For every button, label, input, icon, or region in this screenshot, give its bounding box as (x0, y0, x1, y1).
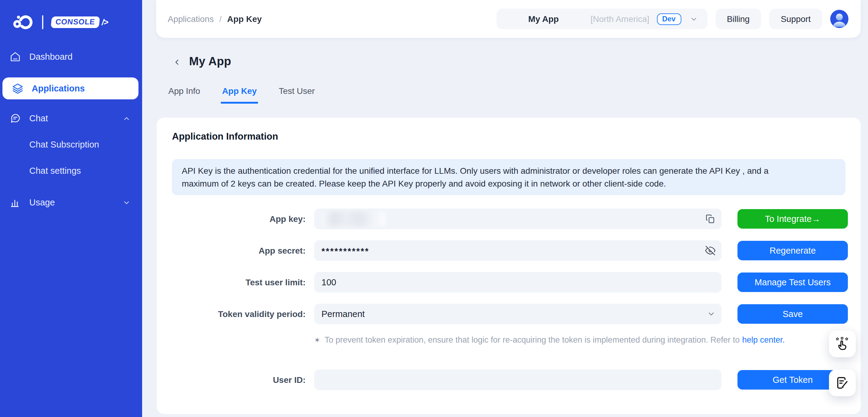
app-switcher[interactable]: My App [North America] Dev (497, 8, 707, 29)
token-validity-label: Token validity period: (172, 309, 306, 319)
test-user-limit-label: Test user limit: (172, 278, 306, 287)
tab-test-user[interactable]: Test User (278, 85, 316, 104)
back-chevron-icon[interactable] (173, 57, 181, 66)
app-root: CONSOLE /> Dashboard Applications C (0, 0, 868, 417)
app-secret-label: App secret: (172, 246, 306, 255)
console-badge: CONSOLE (51, 16, 100, 28)
home-icon (9, 51, 21, 62)
manage-test-users-button[interactable]: Manage Test Users (738, 272, 848, 292)
app-switcher-region: [North America] (590, 14, 649, 24)
logo-divider (42, 15, 43, 29)
banner-text: API Key is the authentication credential… (182, 165, 789, 190)
sidebar-item-applications[interactable]: Applications (2, 77, 138, 99)
test-user-limit-input[interactable]: 100 (314, 272, 722, 293)
rate-us-fab[interactable] (829, 330, 856, 357)
page-title-row: My App (173, 55, 231, 68)
app-key-field (314, 208, 722, 229)
token-validity-value: Permanent (321, 309, 365, 319)
tab-app-key[interactable]: App Key (221, 85, 258, 104)
sidebar-item-usage[interactable]: Usage (0, 191, 142, 213)
sidebar-item-label: Usage (29, 197, 55, 207)
user-avatar[interactable] (830, 10, 848, 28)
sidebar-item-chat[interactable]: Chat (0, 107, 142, 129)
chevron-down-icon (689, 15, 698, 23)
sidebar-item-dashboard[interactable]: Dashboard (0, 46, 142, 68)
brand-logo[interactable]: CONSOLE /> (13, 11, 108, 32)
app-key-label: App key: (172, 214, 306, 224)
to-integrate-button[interactable]: To Integrate→ (738, 209, 848, 229)
sidebar: CONSOLE /> Dashboard Applications C (0, 0, 142, 417)
sidebar-subitem-label: Chat settings (29, 165, 81, 175)
breadcrumb-current: App Key (227, 14, 262, 24)
sidebar-subitem-label: Chat Subscription (29, 139, 99, 149)
breadcrumb-separator: / (219, 14, 222, 24)
help-center-link[interactable]: help center. (742, 335, 785, 345)
env-badge: Dev (657, 13, 681, 25)
card-heading: Application Information (172, 131, 278, 142)
user-id-input[interactable] (314, 370, 722, 390)
topbar-right: My App [North America] Dev Billing Suppo… (497, 8, 848, 29)
app-key-row: App key: To Integrate→ (172, 208, 847, 229)
token-validity-row: Token validity period: Permanent Save (172, 303, 847, 324)
regenerate-button[interactable]: Regenerate (738, 241, 848, 260)
layers-icon (11, 83, 24, 94)
test-user-limit-row: Test user limit: 100 Manage Test Users (172, 272, 847, 293)
topbar: Applications / App Key My App [North Ame… (156, 0, 861, 38)
sidebar-item-chat-settings[interactable]: Chat settings (0, 157, 142, 184)
feedback-fab[interactable] (829, 370, 856, 396)
sidebar-nav: Dashboard Applications Chat Chat Subs (0, 46, 142, 213)
api-key-info-banner: API Key is the authentication credential… (172, 159, 845, 195)
app-secret-field: *********** (314, 240, 722, 261)
chat-bubble-icon (9, 113, 21, 124)
user-id-label: User ID: (172, 375, 306, 385)
sidebar-item-chat-subscription[interactable]: Chat Subscription (0, 131, 142, 157)
stars-hand-icon (834, 336, 850, 352)
token-validity-select[interactable]: Permanent (314, 303, 722, 324)
application-information-card: Application Information API Key is the a… (157, 118, 861, 414)
token-note: ✶ To prevent token expiration, ensure th… (314, 335, 785, 345)
tabs: App Info App Key Test User (167, 85, 316, 104)
support-button[interactable]: Support (769, 8, 822, 29)
token-note-text: To prevent token expiration, ensure that… (324, 335, 740, 345)
bar-chart-icon (9, 197, 21, 208)
breadcrumb-applications[interactable]: Applications (168, 14, 214, 24)
code-slash-icon: /> (101, 17, 108, 27)
copy-icon[interactable] (705, 214, 715, 224)
app-secret-value: *********** (321, 246, 369, 256)
page-title: My App (189, 55, 231, 68)
user-id-row: User ID: Get Token (172, 370, 847, 390)
infinity-logo-icon (13, 14, 34, 30)
tab-app-info[interactable]: App Info (167, 85, 201, 104)
save-button[interactable]: Save (738, 304, 848, 324)
chevron-down-icon (707, 310, 715, 318)
asterisk-icon: ✶ (314, 335, 320, 344)
eye-off-icon[interactable] (705, 246, 715, 256)
sidebar-item-label: Dashboard (29, 52, 72, 62)
app-switcher-name: My App (528, 14, 559, 24)
sidebar-item-label: Chat (29, 114, 48, 123)
chevron-down-icon (123, 198, 130, 206)
breadcrumb: Applications / App Key (168, 14, 262, 24)
chevron-up-icon (123, 114, 130, 122)
billing-button[interactable]: Billing (715, 8, 761, 29)
app-secret-row: App secret: *********** Regenerate (172, 240, 847, 261)
test-user-limit-value: 100 (321, 278, 336, 287)
sidebar-item-label: Applications (32, 84, 85, 93)
app-key-masked-value (322, 212, 385, 226)
doc-edit-icon (834, 375, 850, 391)
